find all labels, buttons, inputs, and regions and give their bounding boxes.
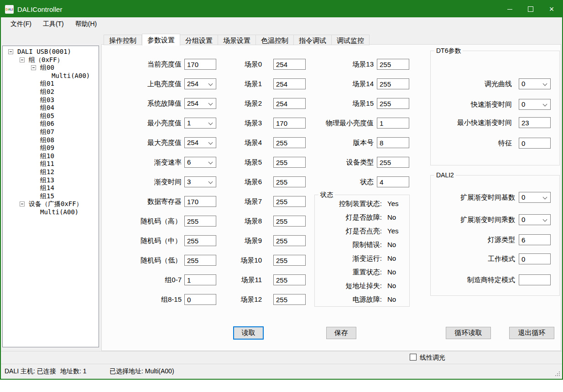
tab-2[interactable]: 分组设置	[180, 35, 218, 45]
tree-item-label: 组15	[40, 192, 54, 201]
chevron-down-icon	[543, 217, 547, 222]
field-combo[interactable]: 0	[519, 78, 551, 89]
field-input[interactable]	[519, 253, 551, 264]
tree-item-label: 组05	[40, 112, 54, 120]
field-input[interactable]	[273, 216, 306, 227]
tree-expander-icon[interactable]	[8, 49, 13, 54]
field-label: 调光曲线	[431, 78, 518, 89]
tree-item-label: 组07	[40, 128, 54, 136]
field-label: 灯源类型	[431, 234, 518, 245]
tree-item[interactable]: 组04	[3, 104, 99, 112]
field-row: 最小快速渐变时间	[431, 117, 559, 128]
field-combo[interactable]: 0	[519, 99, 551, 110]
status-bar: DALI 主机: 已连接 地址数: 1 已选择地址: Multi(A00)	[1, 364, 562, 379]
tree-item[interactable]: 组08	[3, 136, 99, 144]
tab-0[interactable]: 操作控制	[104, 35, 142, 45]
minimize-button[interactable]	[499, 1, 520, 17]
menu-help[interactable]: 帮助(H)	[70, 18, 102, 30]
read-button[interactable]: 读取	[233, 326, 264, 340]
tab-6[interactable]: 调试监控	[332, 35, 370, 45]
exit-loop-button[interactable]: 退出循环	[509, 327, 554, 339]
field-row: 工作模式	[431, 253, 559, 264]
tree-item-label: 组11	[40, 160, 54, 168]
tree-item-label: 组00	[40, 64, 54, 72]
menu-tools[interactable]: 工具(T)	[38, 18, 69, 30]
tree-item-label: 组02	[40, 88, 54, 96]
field-input[interactable]	[377, 98, 409, 109]
tree-expander-icon[interactable]	[20, 201, 25, 206]
field-input[interactable]	[377, 176, 409, 187]
field-input[interactable]	[377, 157, 409, 168]
tree-item[interactable]: Multi(A00)	[3, 208, 99, 217]
tree-item[interactable]: 组11	[3, 160, 99, 168]
status-groupbox: 状态 控制装置状态:Yes灯是否故障:No灯是否点亮:Yes限制错误:No渐变运…	[314, 195, 410, 307]
field-row: 扩展渐变时间乘数0	[431, 214, 559, 225]
field-input[interactable]	[273, 255, 306, 266]
field-label: 场景11	[207, 274, 262, 285]
field-input[interactable]	[519, 234, 551, 245]
tab-5[interactable]: 指令调试	[294, 35, 332, 45]
tree-item-label: 组14	[40, 184, 54, 192]
tree-item[interactable]: 组01	[3, 80, 99, 88]
status-row: 限制错误:No	[315, 240, 409, 251]
tree-item[interactable]: 组13	[3, 176, 99, 185]
field-label: 场景9	[207, 235, 262, 246]
field-input[interactable]	[273, 274, 306, 285]
tree-item-label: 组04	[40, 104, 54, 112]
field-label: 场景14	[289, 78, 374, 89]
tree-item[interactable]: 组00	[3, 64, 99, 72]
loop-read-button[interactable]: 循环读取	[446, 327, 491, 339]
tree-item[interactable]: 组05	[3, 112, 99, 120]
tree-item[interactable]: 组15	[3, 192, 99, 201]
tree-item[interactable]: Multi(A00)	[3, 72, 99, 80]
tree-item[interactable]: DALI USB(0001)	[3, 48, 99, 56]
status-row: 控制装置状态:Yes	[315, 199, 409, 210]
status-group-title: 状态	[318, 191, 335, 199]
tree-item-label: Multi(A00)	[52, 72, 90, 80]
tree-item-label: 组10	[40, 152, 54, 160]
field-input[interactable]	[519, 274, 551, 285]
tab-1[interactable]: 参数设置	[142, 34, 180, 46]
resize-grip[interactable]	[559, 375, 560, 376]
window-title: DALIController	[17, 5, 62, 13]
field-input[interactable]	[377, 137, 409, 148]
dali2-group-title: DALI2	[434, 171, 456, 179]
status-row: 短地址掉失:No	[315, 281, 409, 292]
tree-item[interactable]: 组12	[3, 168, 99, 176]
tree-item[interactable]: 组07	[3, 128, 99, 136]
tree-item[interactable]: 组09	[3, 144, 99, 152]
field-input[interactable]	[377, 59, 409, 70]
status-value: Yes	[387, 226, 398, 236]
tree-item[interactable]: 组02	[3, 88, 99, 96]
tree-expander-icon[interactable]	[31, 65, 36, 70]
tree-item[interactable]: 组06	[3, 120, 99, 128]
status-row: 灯是否点亮:Yes	[315, 226, 409, 237]
field-combo[interactable]: 0	[519, 192, 551, 203]
maximize-button[interactable]	[520, 1, 541, 17]
tree-item[interactable]: 组03	[3, 96, 99, 104]
close-button[interactable]: ×	[541, 1, 562, 17]
tree-expander-icon[interactable]	[20, 57, 25, 62]
linear-dimming-checkbox[interactable]	[410, 354, 417, 361]
tab-4[interactable]: 色温控制	[256, 35, 294, 45]
field-input[interactable]	[377, 118, 409, 129]
field-input[interactable]	[377, 78, 409, 89]
field-input[interactable]	[273, 235, 306, 246]
field-input[interactable]	[519, 117, 551, 128]
tree-item[interactable]: 组10	[3, 152, 99, 160]
save-button[interactable]: 保存	[326, 327, 356, 339]
field-input[interactable]	[273, 196, 306, 207]
tab-3[interactable]: 场景设置	[218, 35, 256, 45]
status-label: 灯是否点亮:	[315, 226, 382, 236]
field-combo[interactable]: 0	[519, 214, 551, 225]
tree-item[interactable]: 组14	[3, 184, 99, 192]
tree-item[interactable]: 组（0xFF）	[3, 56, 99, 64]
field-input[interactable]	[519, 138, 551, 149]
field-label: 场景10	[207, 255, 262, 266]
dt6-groupbox: DT6参数 调光曲线0快速渐变时间0最小快速渐变时间特征	[430, 51, 560, 165]
menu-file[interactable]: 文件(F)	[5, 18, 36, 30]
field-row: 调光曲线0	[431, 78, 559, 89]
tree-item[interactable]: 设备（广播0xFF）	[3, 200, 99, 208]
field-input[interactable]	[273, 294, 306, 305]
close-icon: ×	[549, 5, 554, 13]
